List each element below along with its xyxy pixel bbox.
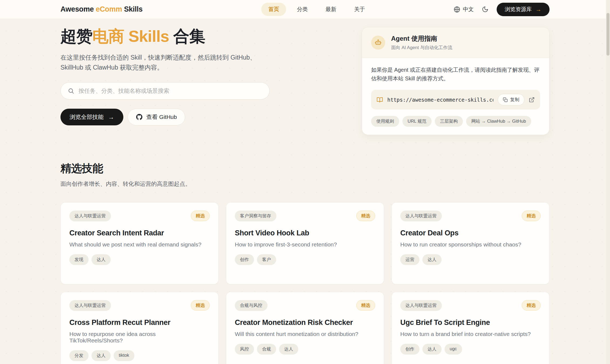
moon-icon [482, 6, 489, 13]
external-link-icon [529, 97, 535, 103]
browse-library-label: 浏览资源库 [505, 6, 532, 13]
featured-title: 精选技能 [60, 161, 550, 176]
skill-card[interactable]: 客户洞察与留存 精选 Short Video Hook Lab How to i… [226, 202, 384, 284]
arrow-right-icon: → [536, 6, 541, 13]
card-tag: 达人 [422, 344, 442, 355]
featured-subtitle: 面向创作者增长、内容、转化和运营的高意图起点。 [60, 180, 550, 188]
card-description: What should we post next with real deman… [69, 241, 210, 248]
top-navigation-bar: Awesome eComm Skills 首页 分类 最新 关于 中文 浏览资源… [0, 0, 610, 19]
search-icon [68, 88, 74, 94]
card-tag: 达人 [91, 350, 111, 361]
card-tag: 达人 [422, 254, 442, 265]
site-logo[interactable]: Awesome eComm Skills [60, 5, 143, 13]
card-tag: 发现 [69, 254, 89, 265]
hero-section: 超赞电商 Skills 合集 在这里按任务找到合适的 Skill，快速判断适配度… [60, 19, 550, 135]
copy-url-button[interactable]: 复制 [498, 94, 524, 105]
robot-icon [371, 36, 385, 50]
logo-text-accent: eComm [96, 5, 122, 13]
agent-guide-url-box: https://awesome-ecommerce-skills.com/… 复… [371, 90, 540, 109]
card-tag: 创作 [235, 254, 254, 265]
card-tag: 创作 [400, 344, 419, 355]
agent-guide-header: Agent 使用指南 面向 AI Agent 与自动化工作流 [362, 27, 549, 58]
card-category: 达人与联盟运营 [400, 300, 442, 311]
browse-library-button[interactable]: 浏览资源库 → [497, 3, 550, 16]
card-tag: tiktok [114, 350, 134, 361]
card-tag: 合规 [257, 344, 276, 355]
card-title[interactable]: Creator Monetization Risk Checker [235, 318, 375, 327]
card-tags: 运营 达人 [400, 254, 541, 265]
agent-tag: 使用规则 [371, 116, 399, 127]
featured-badge: 精选 [522, 211, 541, 221]
nav-item-home[interactable]: 首页 [261, 3, 286, 16]
hero-title-pre: 超赞 [60, 27, 92, 45]
agent-guide-subtitle: 面向 AI Agent 与自动化工作流 [391, 44, 452, 51]
card-tags: 分发 达人 tiktok [69, 350, 210, 361]
card-tags: 创作 达人 ugc [400, 344, 541, 355]
open-guide-link[interactable] [529, 97, 535, 103]
skill-card[interactable]: 达人与联盟运营 精选 Creator Deal Ops How to run c… [391, 202, 550, 284]
card-title[interactable]: Ugc Brief To Script Engine [400, 318, 541, 327]
card-title[interactable]: Cross Platform Recut Planner [69, 318, 210, 327]
skill-card[interactable]: 合规与风控 精选 Creator Monetization Risk Check… [226, 292, 384, 364]
card-tags: 发现 达人 [69, 254, 210, 265]
featured-badge: 精选 [356, 300, 375, 311]
hero-subtitle: 在这里按任务找到合适的 Skill，快速判断适配度，然后跳转到 GitHub、S… [60, 53, 276, 73]
card-tags: 风控 合规 达人 [235, 344, 375, 355]
copy-icon [503, 97, 508, 102]
card-title[interactable]: Creator Search Intent Radar [69, 229, 210, 237]
skill-card[interactable]: 达人与联盟运营 精选 Creator Search Intent Radar W… [60, 202, 219, 284]
card-title[interactable]: Creator Deal Ops [400, 229, 541, 237]
card-title[interactable]: Short Video Hook Lab [235, 229, 375, 237]
copy-label: 复制 [510, 97, 519, 103]
globe-icon [454, 6, 460, 13]
dark-mode-toggle[interactable] [482, 6, 489, 13]
book-open-icon [377, 97, 383, 103]
featured-badge: 精选 [191, 300, 210, 311]
card-tags: 创作 客户 [235, 254, 375, 265]
agent-guide-card: Agent 使用指南 面向 AI Agent 与自动化工作流 如果你是 Agen… [362, 27, 550, 135]
scrollbar-thumb[interactable] [606, 13, 609, 56]
card-category: 客户洞察与留存 [235, 211, 276, 221]
skills-grid: 达人与联盟运营 精选 Creator Search Intent Radar W… [60, 202, 550, 364]
featured-badge: 精选 [191, 211, 210, 221]
featured-badge: 精选 [522, 300, 541, 311]
card-tag: 达人 [279, 344, 298, 355]
agent-tag: URL 规范 [402, 116, 432, 127]
hero-title-post: 合集 [169, 27, 205, 45]
view-github-label: 查看 GitHub [146, 113, 177, 121]
card-category: 达人与联盟运营 [69, 211, 111, 221]
card-tag: 达人 [91, 254, 111, 265]
search-input[interactable] [79, 88, 262, 94]
card-category: 达人与联盟运营 [69, 300, 111, 311]
card-description: How to improve first-3-second retention? [235, 241, 375, 248]
language-switcher[interactable]: 中文 [454, 6, 474, 13]
card-tag: ugc [445, 344, 462, 355]
browse-all-skills-label: 浏览全部技能 [70, 113, 104, 121]
agent-guide-tags: 使用规则 URL 规范 三层架构 网站 → ClawHub → GitHub [371, 116, 540, 127]
agent-tag: 三层架构 [435, 116, 463, 127]
hero-title-accent: 电商 Skills [92, 27, 169, 45]
nav-item-about[interactable]: 关于 [347, 3, 372, 16]
skill-card[interactable]: 达人与联盟运营 精选 Ugc Brief To Script Engine Ho… [391, 292, 550, 364]
browse-all-skills-button[interactable]: 浏览全部技能 → [60, 109, 123, 125]
card-category: 达人与联盟运营 [400, 211, 442, 221]
page-title: 超赞电商 Skills 合集 [60, 27, 330, 46]
nav-item-latest[interactable]: 最新 [318, 3, 343, 16]
featured-skills-section: 精选技能 面向创作者增长、内容、转化和运营的高意图起点。 达人与联盟运营 精选 … [60, 161, 550, 364]
card-category: 合规与风控 [235, 300, 267, 311]
logo-text-pre: Awesome [60, 5, 96, 13]
language-label: 中文 [463, 6, 474, 13]
agent-tag: 网站 → ClawHub → GitHub [466, 116, 531, 127]
card-description: Will this content hurt monetization or d… [235, 331, 375, 337]
card-tag: 风控 [235, 344, 254, 355]
card-tag: 分发 [69, 350, 89, 361]
nav-item-categories[interactable]: 分类 [290, 3, 315, 16]
github-icon [136, 114, 143, 120]
view-github-button[interactable]: 查看 GitHub [128, 109, 185, 125]
agent-guide-title: Agent 使用指南 [391, 34, 452, 43]
scrollbar[interactable] [606, 0, 610, 364]
card-tag: 运营 [400, 254, 419, 265]
search-bar[interactable] [60, 82, 270, 99]
skill-card[interactable]: 达人与联盟运营 精选 Cross Platform Recut Planner … [60, 292, 219, 364]
arrow-right-icon: → [108, 114, 114, 121]
